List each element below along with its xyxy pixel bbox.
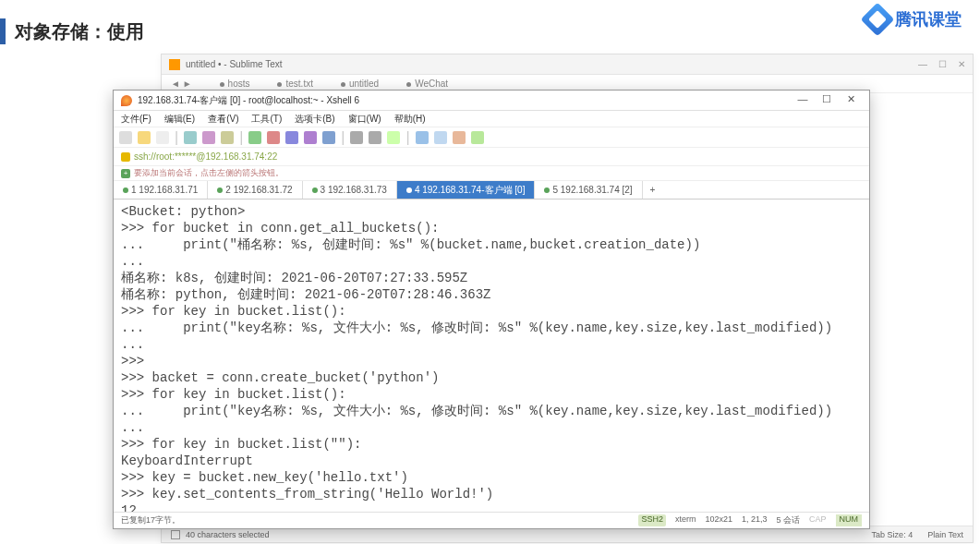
slide-header: 对象存储：使用	[0, 18, 144, 44]
session-dot-icon	[312, 187, 318, 193]
sublime-status-left: 40 characters selected	[186, 530, 270, 539]
terminal-output[interactable]: <Bucket: python>>>> for bucket in conn.g…	[114, 199, 869, 512]
xshell-window: 192.168.31.74-客户端 [0] - root@localhost:~…	[113, 90, 870, 529]
session-tab[interactable]: 5 192.168.31.74 [2]	[535, 181, 642, 199]
status-term: xterm	[675, 514, 696, 526]
toolbar-icon[interactable]	[267, 131, 280, 144]
slide-title: 对象存储：使用	[15, 19, 144, 44]
xshell-statusbar: 已复制17字节。 SSH2 xterm 102x21 1, 21,3 5 会话 …	[114, 512, 869, 528]
session-tab[interactable]: 1 192.168.31.71	[114, 181, 208, 199]
toolbar-icon[interactable]	[248, 131, 261, 144]
status-size: 102x21	[705, 514, 732, 526]
sublime-tab[interactable]: untitled	[341, 79, 379, 89]
status-sess: 5 会话	[776, 514, 800, 526]
toolbar-icon[interactable]	[471, 131, 484, 144]
sublime-title: untitled • - Sublime Text	[186, 59, 282, 69]
menu-item[interactable]: 查看(V)	[208, 113, 238, 126]
toolbar-icon[interactable]	[453, 131, 466, 144]
session-tab-label: 1 192.168.31.71	[131, 185, 198, 195]
session-tab[interactable]: 4 192.168.31.74-客户端 [0]	[397, 181, 536, 199]
toolbar-icon[interactable]	[350, 131, 363, 144]
toolbar-icon[interactable]	[285, 131, 298, 144]
session-dot-icon	[217, 187, 223, 193]
minimize-icon[interactable]: —	[918, 59, 927, 69]
close-icon[interactable]: ✕	[958, 59, 965, 69]
xshell-icon	[121, 95, 132, 106]
toolbar-icon[interactable]	[221, 131, 234, 144]
status-pos: 1, 21,3	[742, 514, 768, 526]
new-tab-button[interactable]: +	[643, 181, 663, 199]
toolbar-icon[interactable]	[184, 131, 197, 144]
address-text: ssh://root:******@192.168.31.74:22	[134, 151, 277, 162]
menu-item[interactable]: 选项卡(B)	[295, 113, 334, 126]
menu-item[interactable]: 窗口(W)	[348, 113, 381, 126]
session-tab-label: 5 192.168.31.74 [2]	[552, 185, 632, 195]
session-tab-label: 3 192.168.31.73	[321, 185, 387, 195]
close-button[interactable]: ✕	[840, 93, 862, 108]
toolbar-icon[interactable]	[304, 131, 317, 144]
sublime-tab[interactable]: WeChat	[406, 79, 448, 89]
new-icon[interactable]	[138, 131, 151, 144]
sublime-window-controls[interactable]: — ☐ ✕	[918, 59, 965, 69]
toolbar-icon[interactable]	[119, 131, 132, 144]
toolbar-icon[interactable]	[369, 131, 381, 144]
maximize-icon[interactable]: ☐	[938, 59, 947, 69]
plus-icon[interactable]: +	[121, 169, 130, 178]
accent-bar	[0, 18, 6, 44]
toolbar-icon[interactable]	[202, 131, 215, 144]
menu-item[interactable]: 文件(F)	[121, 113, 151, 126]
hint-text: 要添加当前会话，点击左侧的箭头按钮。	[134, 167, 284, 179]
status-ssh: SSH2	[638, 514, 666, 526]
lock-icon	[121, 152, 130, 162]
toolbar-icon[interactable]	[322, 131, 335, 144]
session-tab-label: 4 192.168.31.74-客户端 [0]	[415, 184, 526, 197]
minimize-button[interactable]: —	[792, 93, 814, 108]
brand-name: 腾讯课堂	[895, 8, 962, 30]
sublime-tab[interactable]: hosts	[220, 79, 250, 89]
brand-logo: 腾讯课堂	[865, 7, 962, 31]
toolbar-icon[interactable]	[387, 131, 400, 144]
menu-item[interactable]: 帮助(H)	[394, 113, 426, 126]
session-dot-icon	[406, 187, 412, 193]
brand-icon	[861, 3, 895, 37]
xshell-titlebar: 192.168.31.74-客户端 [0] - root@localhost:~…	[114, 91, 869, 111]
session-dot-icon	[544, 187, 550, 193]
toolbar-icon[interactable]	[416, 131, 429, 144]
maximize-button[interactable]: ☐	[816, 93, 838, 108]
sublime-titlebar: untitled • - Sublime Text — ☐ ✕	[162, 54, 973, 75]
toolbar-icon[interactable]	[156, 131, 169, 144]
xshell-toolbar: | | | |	[114, 127, 869, 148]
xshell-session-tabs: 1 192.168.31.712 192.168.31.723 192.168.…	[114, 181, 869, 199]
sublime-icon	[169, 59, 180, 70]
sublime-tab[interactable]: test.txt	[277, 79, 312, 89]
sublime-tab-size[interactable]: Tab Size: 4	[872, 530, 913, 539]
xshell-hint-bar: + 要添加当前会话，点击左侧的箭头按钮。	[114, 166, 869, 181]
status-num: NUM	[836, 514, 863, 526]
status-left: 已复制17字节。	[121, 514, 638, 526]
sublime-syntax[interactable]: Plain Text	[927, 530, 963, 539]
status-cap: CAP	[809, 514, 827, 526]
session-tab[interactable]: 3 192.168.31.73	[303, 181, 397, 199]
session-tab[interactable]: 2 192.168.31.72	[208, 181, 302, 199]
toolbar-icon[interactable]	[434, 131, 447, 144]
xshell-title: 192.168.31.74-客户端 [0] - root@localhost:~…	[138, 94, 359, 107]
session-tab-label: 2 192.168.31.72	[225, 185, 292, 195]
menu-item[interactable]: 编辑(E)	[164, 113, 195, 126]
xshell-address-bar[interactable]: ssh://root:******@192.168.31.74:22	[114, 148, 869, 166]
session-dot-icon	[123, 187, 128, 193]
checkbox-icon	[171, 530, 180, 539]
xshell-menubar: 文件(F)编辑(E)查看(V)工具(T)选项卡(B)窗口(W)帮助(H)	[114, 111, 869, 127]
menu-item[interactable]: 工具(T)	[251, 113, 282, 126]
